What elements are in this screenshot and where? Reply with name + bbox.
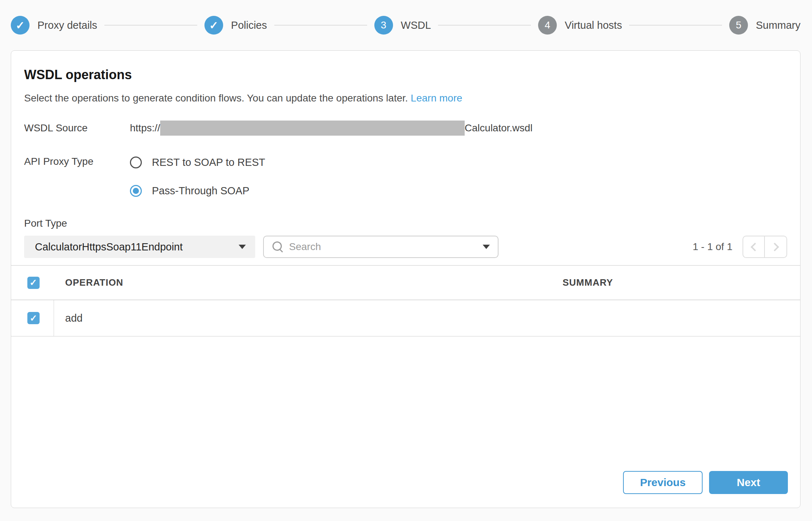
table-row[interactable]: ✓ add bbox=[11, 300, 800, 336]
wizard-stepper: ✓ Proxy details ✓ Policies 3 WSDL 4 Virt… bbox=[11, 16, 800, 35]
step-label: Proxy details bbox=[37, 19, 97, 31]
operations-table: ✓ OPERATION SUMMARY ✓ add bbox=[11, 265, 800, 336]
radio-rest-to-soap-to-rest[interactable]: REST to SOAP to REST bbox=[130, 157, 265, 168]
wsdl-source-label: WSDL Source bbox=[24, 122, 130, 134]
next-page-button[interactable] bbox=[765, 236, 786, 257]
next-button[interactable]: Next bbox=[709, 471, 788, 494]
step-label: Virtual hosts bbox=[565, 19, 622, 31]
step-number: 5 bbox=[736, 19, 741, 31]
row-check-cell: ✓ bbox=[11, 300, 54, 336]
step-policies[interactable]: ✓ Policies bbox=[204, 16, 267, 35]
step-summary[interactable]: 5 Summary bbox=[729, 16, 800, 35]
chevron-left-icon bbox=[750, 243, 759, 251]
step-number: 4 bbox=[545, 19, 550, 31]
step-done-icon: ✓ bbox=[204, 16, 223, 35]
redacted-url-bar bbox=[160, 121, 465, 136]
step-virtual-hosts[interactable]: 4 Virtual hosts bbox=[538, 16, 622, 35]
operation-cell: add bbox=[54, 312, 563, 324]
summary-column-header: SUMMARY bbox=[563, 277, 800, 288]
step-label: Summary bbox=[756, 19, 800, 31]
wsdl-source-row: WSDL Source https:// Calculator.wsdl bbox=[24, 121, 787, 136]
pagination: 1 - 1 of 1 bbox=[693, 236, 787, 258]
step-number-badge: 3 bbox=[374, 16, 393, 35]
chevron-down-icon bbox=[239, 245, 246, 249]
wsdl-source-value: https:// Calculator.wsdl bbox=[130, 121, 532, 136]
learn-more-link[interactable]: Learn more bbox=[411, 92, 462, 104]
page-description: Select the operations to generate condit… bbox=[24, 92, 787, 104]
radio-dot bbox=[133, 188, 139, 194]
radio-selected-icon bbox=[130, 185, 142, 197]
wsdl-operations-panel: WSDL operations Select the operations to… bbox=[11, 50, 800, 508]
search-icon bbox=[272, 241, 284, 253]
row-checkbox[interactable]: ✓ bbox=[27, 312, 40, 324]
pagination-range: 1 - 1 of 1 bbox=[693, 241, 732, 253]
previous-button[interactable]: Previous bbox=[623, 471, 703, 494]
controls-row: CalculatorHttpsSoap11Endpoint 1 - 1 of 1 bbox=[24, 236, 787, 258]
step-wsdl[interactable]: 3 WSDL bbox=[374, 16, 431, 35]
step-proxy-details[interactable]: ✓ Proxy details bbox=[11, 16, 97, 35]
step-label: WSDL bbox=[401, 19, 431, 31]
step-number-badge: 4 bbox=[538, 16, 557, 35]
check-icon: ✓ bbox=[209, 19, 218, 32]
chevron-right-icon bbox=[770, 243, 779, 251]
operation-column-header: OPERATION bbox=[54, 277, 563, 288]
radio-label: REST to SOAP to REST bbox=[152, 157, 265, 168]
wsdl-source-filename: Calculator.wsdl bbox=[465, 122, 532, 134]
wsdl-source-scheme: https:// bbox=[130, 122, 160, 134]
description-text: Select the operations to generate condit… bbox=[24, 92, 408, 104]
table-header-row: ✓ OPERATION SUMMARY bbox=[11, 266, 800, 300]
step-number: 3 bbox=[381, 19, 387, 31]
search-box bbox=[263, 236, 499, 258]
pager-buttons bbox=[743, 236, 787, 258]
check-icon: ✓ bbox=[30, 313, 37, 323]
port-type-label: Port Type bbox=[24, 218, 787, 229]
step-number-badge: 5 bbox=[729, 16, 748, 35]
chevron-down-icon[interactable] bbox=[483, 245, 490, 249]
api-proxy-type-row: API Proxy Type REST to SOAP to REST Pass… bbox=[24, 156, 787, 197]
step-connector bbox=[104, 25, 197, 26]
header-check-cell: ✓ bbox=[11, 277, 54, 289]
api-proxy-type-options: REST to SOAP to REST Pass-Through SOAP bbox=[130, 156, 265, 197]
search-input[interactable] bbox=[289, 241, 483, 253]
step-connector bbox=[438, 25, 531, 26]
step-label: Policies bbox=[231, 19, 267, 31]
radio-pass-through-soap[interactable]: Pass-Through SOAP bbox=[130, 185, 265, 197]
check-icon: ✓ bbox=[15, 19, 24, 32]
radio-unselected-icon bbox=[130, 157, 142, 168]
prev-page-button[interactable] bbox=[743, 236, 765, 257]
page-title: WSDL operations bbox=[24, 67, 787, 82]
port-type-selected-value: CalculatorHttpsSoap11Endpoint bbox=[35, 241, 183, 253]
radio-label: Pass-Through SOAP bbox=[152, 185, 249, 197]
step-done-icon: ✓ bbox=[11, 16, 30, 35]
api-proxy-type-label: API Proxy Type bbox=[24, 156, 130, 167]
footer-buttons: Previous Next bbox=[623, 471, 788, 494]
step-connector bbox=[629, 25, 722, 26]
port-type-dropdown[interactable]: CalculatorHttpsSoap11Endpoint bbox=[24, 236, 255, 258]
select-all-checkbox[interactable]: ✓ bbox=[27, 277, 40, 289]
step-connector bbox=[274, 25, 367, 26]
check-icon: ✓ bbox=[30, 277, 37, 288]
